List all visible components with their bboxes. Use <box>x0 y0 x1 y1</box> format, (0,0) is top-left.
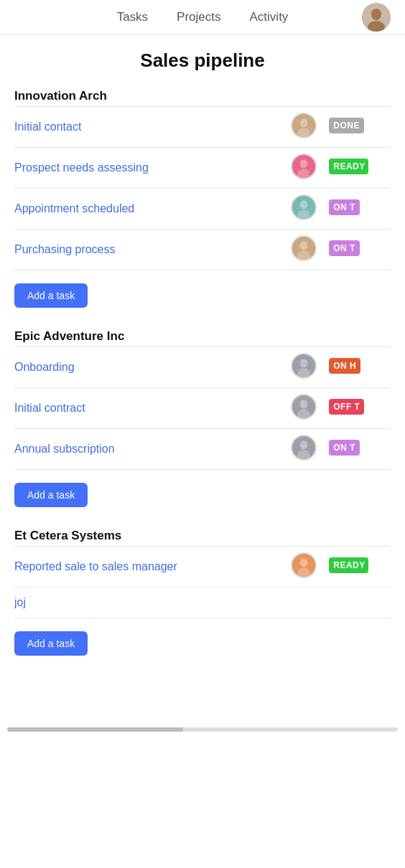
status-badge: OFF T <box>329 399 364 415</box>
group-name-innovation-arch: Innovation Arch <box>14 89 391 103</box>
table-row[interactable]: Prospect needs assessing READY <box>14 148 391 189</box>
table-row[interactable]: Onboarding ON H <box>14 347 391 388</box>
svg-point-25 <box>299 558 307 567</box>
scrollbar-container <box>0 727 405 732</box>
status-badge: READY <box>329 159 368 174</box>
svg-point-4 <box>299 118 307 127</box>
avatar <box>291 235 317 261</box>
status-badge: ON T <box>329 240 360 256</box>
svg-point-22 <box>299 440 307 449</box>
table-row[interactable]: joj <box>14 588 391 618</box>
add-task-button[interactable]: Add a task <box>14 483 88 507</box>
group-section-et-cetera: Et Cetera SystemsReported sale to sales … <box>14 529 391 656</box>
task-avatar-cell <box>278 429 329 470</box>
task-name[interactable]: Purchasing process <box>14 230 278 270</box>
scrollbar-thumb[interactable] <box>7 727 183 732</box>
task-status-cell: ON T <box>329 230 391 270</box>
task-table-epic-adventure: Onboarding ON HInitial contract OFF TAnn… <box>14 346 391 470</box>
status-badge: ON T <box>329 199 360 215</box>
task-avatar-cell <box>278 347 329 388</box>
main-content: Sales pipeline Innovation ArchInitial co… <box>0 35 405 699</box>
task-avatar-cell <box>278 388 329 429</box>
status-badge: READY <box>329 557 368 573</box>
svg-point-1 <box>371 9 381 20</box>
top-nav: TasksProjectsActivity <box>0 0 405 35</box>
task-status-cell: ON T <box>329 189 391 230</box>
scrollbar-track[interactable] <box>7 727 398 732</box>
svg-point-16 <box>299 359 307 367</box>
task-name[interactable]: Initial contact <box>14 107 278 148</box>
nav-tab-activity[interactable]: Activity <box>250 10 289 24</box>
group-section-innovation-arch: Innovation ArchInitial contact DONEProsp… <box>14 89 391 308</box>
page-title: Sales pipeline <box>14 49 391 72</box>
groups-container: Innovation ArchInitial contact DONEProsp… <box>14 89 391 656</box>
group-section-epic-adventure: Epic Adventure IncOnboarding ON HInitial… <box>14 329 391 507</box>
svg-point-13 <box>299 241 307 250</box>
task-avatar-cell <box>278 189 329 230</box>
user-avatar[interactable] <box>362 3 391 32</box>
svg-point-7 <box>299 159 307 168</box>
group-name-et-cetera: Et Cetera Systems <box>14 529 391 543</box>
task-status-cell: ON T <box>329 429 391 470</box>
task-name[interactable]: joj <box>14 588 278 618</box>
task-status-cell: ON H <box>329 347 391 388</box>
task-avatar-cell <box>278 588 329 618</box>
add-task-button[interactable]: Add a task <box>14 631 88 656</box>
table-row[interactable]: Initial contact DONE <box>14 107 391 148</box>
avatar <box>291 435 317 461</box>
task-status-cell: OFF T <box>329 388 391 429</box>
status-badge: ON H <box>329 358 360 374</box>
table-row[interactable]: Appointment scheduled ON T <box>14 189 391 230</box>
task-name[interactable]: Annual subscription <box>14 429 278 470</box>
avatar <box>291 154 317 179</box>
add-task-button[interactable]: Add a task <box>14 283 88 308</box>
task-name[interactable]: Reported sale to sales manager <box>14 547 278 588</box>
task-status-cell <box>329 588 391 618</box>
task-status-cell: DONE <box>329 107 391 148</box>
status-badge: DONE <box>329 118 364 133</box>
svg-point-19 <box>299 400 307 408</box>
task-name[interactable]: Initial contract <box>14 388 278 429</box>
nav-tabs: TasksProjectsActivity <box>117 10 289 24</box>
task-avatar-cell <box>278 547 329 588</box>
table-row[interactable]: Reported sale to sales manager READY <box>14 547 391 588</box>
task-table-et-cetera: Reported sale to sales manager READYjoj <box>14 546 391 618</box>
status-badge: ON T <box>329 440 360 456</box>
avatar <box>291 113 317 138</box>
task-avatar-cell <box>278 107 329 148</box>
task-name[interactable]: Onboarding <box>14 347 278 388</box>
svg-point-10 <box>299 200 307 209</box>
table-row[interactable]: Purchasing process ON T <box>14 230 391 270</box>
avatar <box>291 552 317 578</box>
nav-tab-tasks[interactable]: Tasks <box>117 10 148 24</box>
task-table-innovation-arch: Initial contact DONEProspect needs asses… <box>14 106 391 270</box>
task-status-cell: READY <box>329 148 391 189</box>
task-avatar-cell <box>278 148 329 189</box>
table-row[interactable]: Annual subscription ON T <box>14 429 391 470</box>
task-status-cell: READY <box>329 547 391 588</box>
task-avatar-cell <box>278 230 329 270</box>
avatar <box>291 194 317 220</box>
avatar <box>291 353 317 379</box>
nav-tab-projects[interactable]: Projects <box>177 10 220 24</box>
group-name-epic-adventure: Epic Adventure Inc <box>14 329 391 344</box>
avatar <box>291 394 317 420</box>
table-row[interactable]: Initial contract OFF T <box>14 388 391 429</box>
task-name[interactable]: Prospect needs assessing <box>14 148 278 189</box>
task-name[interactable]: Appointment scheduled <box>14 189 278 230</box>
